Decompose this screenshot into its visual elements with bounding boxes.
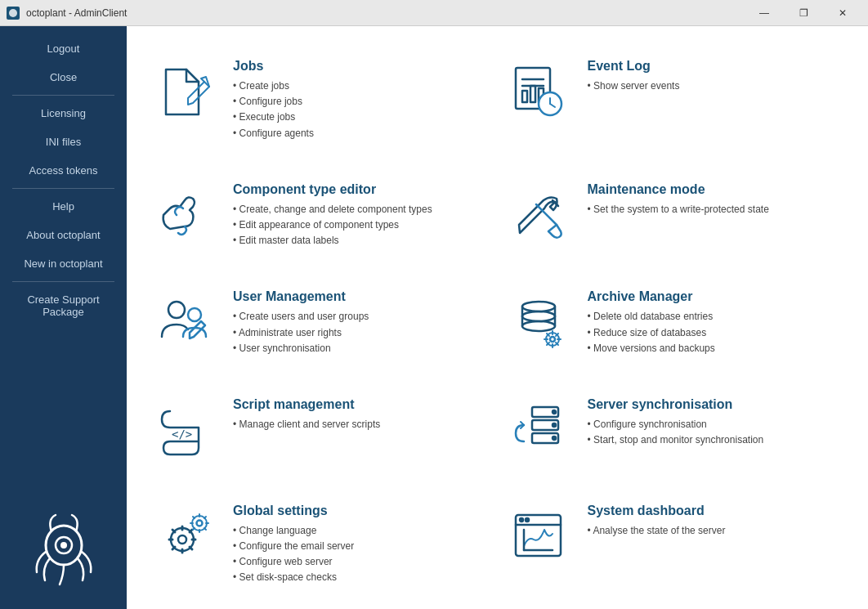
card-global-settings[interactable]: Global settings Change language Configur…	[151, 495, 490, 594]
jobs-bullet-1: Create jobs	[233, 78, 314, 94]
sidebar-item-licensing[interactable]: Licensing	[0, 99, 127, 128]
global-settings-icon	[151, 504, 217, 569]
event-log-icon	[506, 59, 571, 124]
global-bullet-4: Set disk-space checks	[233, 570, 354, 585]
component-type-editor-content: Component type editor Create, change and…	[233, 182, 432, 249]
archive-manager-title: Archive Manager	[588, 289, 715, 304]
sidebar-item-close[interactable]: Close	[0, 63, 127, 92]
close-button[interactable]: ✕	[824, 0, 861, 26]
global-bullet-1: Change language	[233, 523, 354, 539]
archive-bullet-3: Move versions and backups	[588, 341, 715, 356]
svg-line-54	[204, 517, 206, 518]
dash-bullet-1: Analyse the state of the server	[588, 523, 726, 539]
card-component-type-editor[interactable]: Component type editor Create, change and…	[151, 174, 490, 257]
component-type-editor-title: Component type editor	[233, 182, 432, 197]
comp-bullet-3: Edit master data labels	[233, 233, 432, 249]
svg-rect-7	[522, 91, 527, 102]
jobs-bullets: Create jobs Configure jobs Execute jobs …	[233, 78, 314, 141]
card-server-synchronisation[interactable]: Server synchronisation Configure synchro…	[506, 389, 844, 471]
titlebar: octoplant - AdminClient — ❐ ✕	[0, 0, 868, 26]
component-type-editor-icon	[151, 182, 217, 248]
maintenance-mode-icon	[506, 182, 571, 248]
system-dashboard-title: System dashboard	[588, 504, 726, 518]
comp-bullet-1: Create, change and delete component type…	[233, 202, 432, 217]
card-maintenance-mode[interactable]: Maintenance mode Set the system to a wri…	[506, 174, 844, 257]
maximize-button[interactable]: ❐	[785, 0, 822, 26]
card-system-dashboard[interactable]: System dashboard Analyse the state of th…	[506, 495, 844, 594]
svg-point-59	[526, 518, 529, 522]
jobs-content: Jobs Create jobs Configure jobs Execute …	[233, 59, 314, 141]
component-type-editor-bullets: Create, change and delete component type…	[233, 202, 432, 249]
svg-text:</>: </>	[172, 428, 192, 441]
script-management-title: Script management	[233, 397, 380, 412]
jobs-bullet-4: Configure agents	[233, 126, 314, 141]
card-event-log[interactable]: Event Log Show server events	[506, 51, 844, 150]
sidebar-item-about[interactable]: About octoplant	[0, 221, 127, 249]
cards-grid: Jobs Create jobs Configure jobs Execute …	[151, 51, 843, 594]
svg-point-14	[168, 302, 185, 318]
archive-manager-icon	[506, 289, 571, 355]
user-bullet-2: Administrate user rights	[233, 325, 369, 341]
global-settings-content: Global settings Change language Configur…	[233, 504, 354, 586]
jobs-bullet-3: Execute jobs	[233, 110, 314, 125]
sidebar: Logout Close Licensing INI files Access …	[0, 26, 127, 609]
app-body: Logout Close Licensing INI files Access …	[0, 26, 868, 609]
svg-point-37	[178, 535, 186, 544]
system-dashboard-icon	[506, 504, 571, 569]
sidebar-divider-3	[12, 281, 114, 282]
comp-bullet-2: Edit appearance of component types	[233, 217, 432, 233]
card-user-management[interactable]: User Management Create users and user gr…	[151, 281, 490, 365]
card-jobs[interactable]: Jobs Create jobs Configure jobs Execute …	[151, 51, 490, 150]
user-management-title: User Management	[233, 289, 369, 304]
maintenance-mode-bullets: Set the system to a write-protected stat…	[588, 202, 769, 217]
card-archive-manager[interactable]: Archive Manager Delete old database entr…	[506, 281, 844, 365]
sync-bullet-1: Configure synchronisation	[588, 417, 764, 432]
user-management-content: User Management Create users and user gr…	[233, 289, 369, 356]
sidebar-item-ini-files[interactable]: INI files	[0, 128, 127, 156]
minimize-button[interactable]: —	[745, 0, 783, 26]
event-log-content: Event Log Show server events	[588, 59, 680, 94]
script-management-content: Script management Manage client and serv…	[233, 397, 380, 432]
svg-point-33	[553, 410, 556, 414]
svg-point-18	[522, 321, 555, 331]
archive-manager-content: Archive Manager Delete old database entr…	[588, 289, 715, 356]
event-log-bullets: Show server events	[588, 78, 680, 94]
svg-line-55	[193, 528, 195, 530]
svg-point-0	[9, 9, 17, 17]
server-synchronisation-title: Server synchronisation	[588, 397, 764, 412]
server-synchronisation-icon	[506, 397, 571, 463]
maintenance-mode-title: Maintenance mode	[588, 182, 769, 197]
archive-bullet-1: Delete old database entries	[588, 309, 715, 325]
user-bullet-3: User synchronisation	[233, 341, 369, 356]
app-icon	[7, 7, 20, 20]
archive-manager-bullets: Delete old database entries Reduce size …	[588, 309, 715, 356]
user-management-bullets: Create users and user groups Administrat…	[233, 309, 369, 356]
svg-point-17	[522, 311, 555, 321]
svg-line-45	[172, 547, 175, 549]
card-script-management[interactable]: </> Script management Manage client and …	[151, 389, 490, 471]
sidebar-item-access-tokens[interactable]: Access tokens	[0, 156, 127, 185]
jobs-bullet-2: Configure jobs	[233, 94, 314, 110]
server-synchronisation-content: Server synchronisation Configure synchro…	[588, 397, 764, 448]
svg-line-52	[193, 517, 195, 518]
svg-point-58	[520, 518, 523, 522]
svg-point-3	[60, 542, 67, 549]
user-bullet-1: Create users and user groups	[233, 309, 369, 325]
maint-bullet-1: Set the system to a write-protected stat…	[588, 202, 769, 217]
svg-point-35	[553, 437, 556, 440]
sidebar-item-new-in[interactable]: New in octoplant	[0, 249, 127, 278]
jobs-title: Jobs	[233, 59, 314, 74]
sidebar-item-support[interactable]: Create Support Package	[0, 285, 127, 326]
jobs-icon	[151, 59, 217, 124]
sidebar-item-logout[interactable]: Logout	[0, 34, 127, 63]
system-dashboard-bullets: Analyse the state of the server	[588, 523, 726, 539]
svg-line-42	[172, 530, 175, 532]
sidebar-divider-1	[12, 95, 114, 96]
global-bullet-3: Configure web server	[233, 554, 354, 570]
svg-line-44	[190, 530, 192, 532]
event-log-bullet-1: Show server events	[588, 78, 680, 94]
main-content: Jobs Create jobs Configure jobs Execute …	[127, 26, 868, 609]
sidebar-item-help[interactable]: Help	[0, 192, 127, 221]
svg-line-43	[190, 547, 192, 549]
window-title: octoplant - AdminClient	[26, 7, 745, 19]
